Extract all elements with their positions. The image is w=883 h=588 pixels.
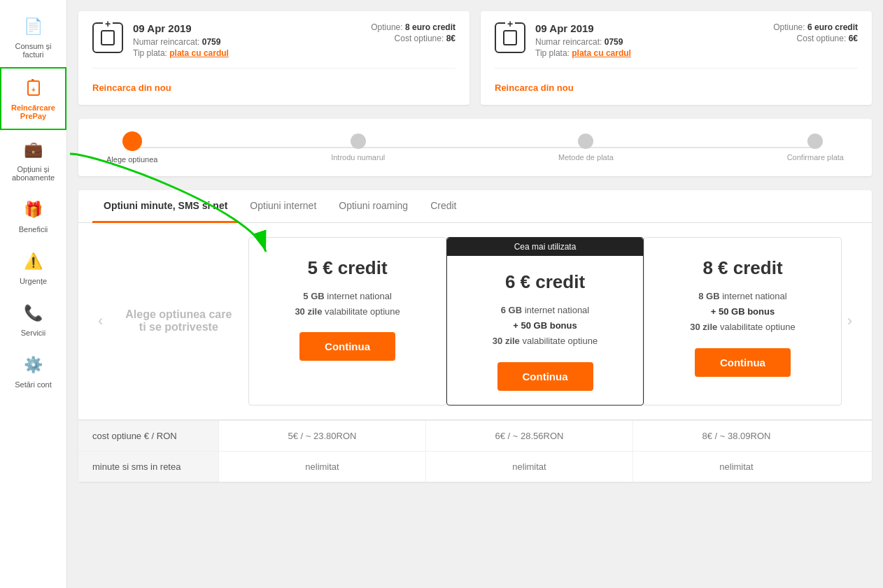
recharge-card-1: 09 Apr 2019 Numar reincarcat: 0759 Tip p… — [481, 11, 872, 105]
plan-card-0: 5 € credit 5 GB internet national 30 zil… — [248, 237, 446, 406]
continua-button-1[interactable]: Continua — [497, 362, 593, 391]
stepper: Alege optiunea Introdu numarul Metode de… — [78, 119, 872, 176]
step-label-1: Introdu numarul — [331, 153, 385, 162]
continua-button-0[interactable]: Continua — [299, 332, 395, 361]
step-label-2: Metode de plata — [558, 153, 614, 162]
step-circle-0 — [122, 131, 142, 151]
servicii-icon: 📞 — [22, 302, 45, 324]
consum-icon: 📄 — [22, 15, 45, 38]
plan-price-1: 6 € credit — [505, 271, 585, 293]
plan-price-0: 5 € credit — [307, 257, 387, 279]
plan-feature1-0: 5 GB internet national — [303, 290, 391, 303]
sidebar-item-optiuni[interactable]: 💼 Opțiuni și abonamente — [0, 130, 66, 190]
card-info-1: 09 Apr 2019 Numar reincarcat: 0759 Tip p… — [535, 22, 763, 59]
bottom-table: cost optiune € / RON 5€ / ~ 23.80RON 6€ … — [78, 420, 872, 482]
sidebar-item-reincarcare[interactable]: + Reîncărcare PrePay — [0, 67, 66, 130]
card-right-0: Optiune: 8 euro credit Cost optiune: 8€ — [371, 22, 455, 45]
step-circle-3 — [807, 134, 823, 149]
prev-arrow[interactable]: ‹ — [92, 312, 108, 330]
table-cell-0-0: 5€ / ~ 23.80RON — [218, 421, 425, 451]
step-0: Alege optiunea — [106, 131, 157, 164]
sidebar-item-consum[interactable]: 📄 Consum și facturi — [0, 7, 66, 67]
tabs-section: Optiuni minute, SMS si net Optiuni inter… — [78, 190, 872, 482]
continua-button-2[interactable]: Continua — [695, 348, 791, 377]
phone-icon-1 — [495, 22, 525, 53]
setari-icon: ⚙️ — [22, 354, 45, 376]
card-cost-1: Cost optiune: 6€ — [773, 34, 858, 43]
sidebar-item-setari[interactable]: ⚙️ Setări cont — [0, 345, 66, 397]
card-tip-plata-0: Tip plata: plata cu cardul — [133, 48, 361, 58]
step-label-0: Alege optiunea — [106, 155, 157, 164]
reincarca-link-0[interactable]: Reincarca din nou — [92, 83, 171, 93]
plans-left-text: Alege optiunea care ti se potriveste — [108, 237, 248, 406]
sidebar-item-beneficii[interactable]: 🎁 Beneficii — [0, 190, 66, 242]
tab-credit[interactable]: Credit — [419, 190, 467, 223]
urgente-icon: ⚠️ — [22, 250, 45, 273]
table-label-1: minute si sms in retea — [78, 452, 218, 482]
card-optiune-1: Optiune: 6 euro credit — [773, 22, 858, 32]
beneficii-icon: 🎁 — [22, 199, 45, 221]
card-date-1: 09 Apr 2019 — [535, 22, 763, 34]
cards-row: + 09 Apr 2019 Numar reincarcat: 0759 Tip… — [78, 11, 872, 105]
sidebar-item-label: Consum și facturi — [15, 42, 52, 59]
plan-feature1-1: 6 GB internet national — [501, 304, 589, 317]
tab-minute-sms-net[interactable]: Optiuni minute, SMS si net — [92, 190, 239, 223]
table-cell-1-2: nelimitat — [633, 452, 840, 482]
plan-card-2: 8 € credit 8 GB internet national + 50 G… — [644, 237, 841, 406]
table-cell-1-1: nelimitat — [425, 452, 633, 482]
svg-rect-6 — [504, 31, 516, 45]
svg-rect-4 — [101, 31, 114, 45]
plan-bonus-2: + 50 GB bonus — [711, 306, 775, 318]
plan-validity-2: 30 zile valabilitate optiune — [690, 321, 795, 334]
plan-card-1: Cea mai utilizata 6 € credit 6 GB intern… — [446, 237, 644, 406]
plan-price-2: 8 € credit — [702, 257, 782, 279]
svg-text:+: + — [31, 86, 36, 94]
card-numar-1: Numar reincarcat: 0759 — [535, 37, 763, 47]
featured-badge: Cea mai utilizata — [447, 238, 643, 256]
plan-validity-0: 30 zile valabilitate optiune — [295, 306, 400, 318]
tab-internet[interactable]: Optiuni internet — [239, 190, 327, 223]
main-content: + 09 Apr 2019 Numar reincarcat: 0759 Tip… — [67, 0, 883, 588]
card-cost-0: Cost optiune: 8€ — [371, 34, 455, 43]
sidebar: 📄 Consum și facturi + Reîncărcare PrePay… — [0, 0, 67, 588]
sidebar-item-label: Setări cont — [15, 380, 52, 389]
step-3: Confirmare plata — [787, 134, 844, 162]
phone-icon-0: + — [92, 22, 123, 53]
card-right-1: Optiune: 6 euro credit Cost optiune: 6€ — [773, 22, 858, 45]
sidebar-item-servicii[interactable]: 📞 Servicii — [0, 294, 66, 345]
recharge-card-0: + 09 Apr 2019 Numar reincarcat: 0759 Tip… — [78, 11, 469, 105]
plan-feature1-2: 8 GB internet national — [698, 290, 786, 303]
sidebar-item-label: Servicii — [21, 329, 45, 337]
table-row-0: cost optiune € / RON 5€ / ~ 23.80RON 6€ … — [78, 420, 872, 451]
sidebar-item-label: Reîncărcare PrePay — [11, 103, 55, 120]
sidebar-item-urgente[interactable]: ⚠️ Urgențe — [0, 242, 66, 294]
sidebar-item-label: Urgențe — [20, 277, 47, 285]
reincarca-link-1[interactable]: Reincarca din nou — [495, 83, 574, 93]
step-circle-1 — [351, 134, 366, 149]
reincarcare-icon: + — [22, 77, 45, 99]
svg-text:+: + — [105, 29, 110, 31]
step-2: Metode de plata — [558, 134, 614, 162]
plan-bonus-1: + 50 GB bonus — [513, 320, 577, 332]
optiuni-icon: 💼 — [22, 138, 45, 161]
tabs-row: Optiuni minute, SMS si net Optiuni inter… — [78, 190, 872, 223]
step-circle-2 — [578, 134, 593, 149]
card-date-0: 09 Apr 2019 — [133, 22, 361, 34]
card-info-0: 09 Apr 2019 Numar reincarcat: 0759 Tip p… — [133, 22, 361, 59]
step-label-3: Confirmare plata — [787, 153, 844, 162]
table-cell-1-0: nelimitat — [218, 452, 425, 482]
table-row-1: minute si sms in retea nelimitat nelimit… — [78, 451, 872, 482]
table-label-0: cost optiune € / RON — [78, 421, 218, 451]
plans-area: ‹ Alege optiunea care ti se potriveste 5… — [78, 223, 872, 420]
sidebar-item-label: Beneficii — [19, 225, 48, 234]
table-cell-0-1: 6€ / ~ 28.56RON — [425, 421, 633, 451]
tab-roaming[interactable]: Optiuni roaming — [327, 190, 419, 223]
card-optiune-0: Optiune: 8 euro credit — [371, 22, 455, 32]
table-cell-0-2: 8€ / ~ 38.09RON — [633, 421, 840, 451]
card-tip-plata-1: Tip plata: plata cu cardul — [535, 48, 763, 58]
plan-validity-1: 30 zile valabilitate optiune — [493, 335, 598, 347]
sidebar-item-label: Opțiuni și abonamente — [12, 165, 55, 182]
next-arrow[interactable]: › — [842, 312, 858, 330]
card-numar-0: Numar reincarcat: 0759 — [133, 37, 361, 47]
step-1: Introdu numarul — [331, 134, 385, 162]
